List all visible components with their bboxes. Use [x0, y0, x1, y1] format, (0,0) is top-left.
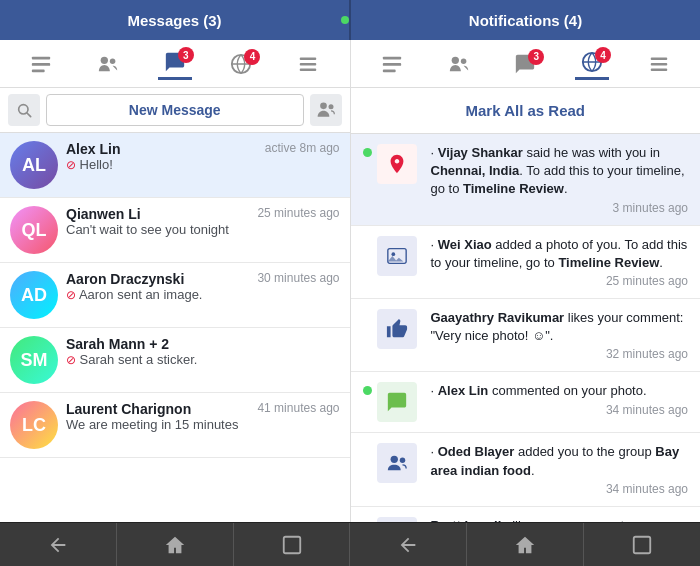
notif-time: 34 minutes ago [431, 482, 689, 496]
message-info: Aaron Draczynski 30 minutes ago ⊘ Aaron … [66, 271, 340, 302]
notification-item[interactable]: · Wei Xiao added a photo of you. To add … [351, 226, 701, 299]
menu-icon-item[interactable] [291, 49, 325, 79]
friends-icon-item-r[interactable] [442, 49, 476, 79]
notif-photo-icon [377, 236, 417, 276]
svg-point-3 [101, 56, 108, 63]
notif-text: Gaayathry Ravikumar likes your comment: … [431, 309, 689, 345]
svg-rect-8 [300, 68, 317, 70]
svg-rect-7 [300, 63, 317, 65]
recent-nav-button-2[interactable] [584, 523, 700, 566]
svg-rect-26 [283, 536, 300, 553]
message-item[interactable]: QL Qianwen Li 25 minutes ago Can't wait … [0, 198, 350, 263]
group-icon-button[interactable] [310, 94, 342, 126]
notif-text: · Oded Blayer added you to the group Bay… [431, 443, 689, 479]
notif-time: 25 minutes ago [431, 274, 689, 288]
message-preview: ⊘ Aaron sent an image. [66, 287, 340, 302]
notif-comment-icon [377, 382, 417, 422]
svg-point-4 [110, 58, 116, 64]
back-nav-button[interactable] [0, 523, 116, 566]
recent-nav-button[interactable] [234, 523, 350, 566]
svg-line-19 [27, 113, 31, 117]
message-item[interactable]: LC Laurent Charignon 41 minutes ago We a… [0, 393, 350, 458]
online-indicator [341, 16, 349, 24]
message-time: active 8m ago [265, 141, 340, 157]
mark-all-read-button[interactable]: Mark All as Read [351, 88, 701, 134]
notif-text: · Vijay Shankar said he was with you in … [431, 144, 689, 199]
icon-bars: 3 4 3 4 [0, 40, 700, 88]
message-info: Qianwen Li 25 minutes ago Can't wait to … [66, 206, 340, 237]
search-button[interactable] [8, 94, 40, 126]
messages-icon-item[interactable]: 3 [158, 47, 192, 80]
svg-rect-0 [32, 56, 50, 59]
svg-rect-11 [383, 69, 396, 72]
notification-item[interactable]: Gaayathry Ravikumar likes your comment: … [351, 299, 701, 372]
error-icon: ⊘ [66, 288, 76, 302]
notification-item[interactable]: Brett Lavalla likes your comment: [351, 507, 701, 522]
back-nav-button-2[interactable] [350, 523, 466, 566]
globe-icon-item[interactable]: 4 [224, 49, 258, 79]
messages-top-bar-label: Messages (3) [127, 12, 221, 29]
notif-content: Brett Lavalla likes your comment: [431, 517, 689, 522]
notification-item[interactable]: · Alex Lin commented on your photo. 34 m… [351, 372, 701, 433]
globe-icon-item-r[interactable]: 4 [575, 47, 609, 80]
svg-rect-17 [650, 68, 667, 70]
message-item[interactable]: AD Aaron Draczynski 30 minutes ago ⊘ Aar… [0, 263, 350, 328]
notif-content: · Alex Lin commented on your photo. 34 m… [431, 382, 689, 416]
message-name: Sarah Mann + 2 [66, 336, 169, 352]
messages-badge-r: 3 [528, 49, 544, 65]
avatar: AL [10, 141, 58, 189]
svg-rect-15 [650, 57, 667, 59]
home-nav-button[interactable] [117, 523, 233, 566]
home-icon-item-r[interactable] [375, 49, 409, 79]
svg-rect-16 [650, 63, 667, 65]
globe-badge-left: 4 [244, 49, 260, 65]
avatar: QL [10, 206, 58, 254]
svg-point-20 [320, 103, 327, 110]
notifications-top-bar: Notifications (4) [351, 0, 700, 40]
right-panel: Mark All as Read · Vijay Shankar said he… [351, 88, 701, 522]
menu-icon-item-r[interactable] [642, 49, 676, 79]
message-time: 41 minutes ago [257, 401, 339, 417]
notif-content: · Oded Blayer added you to the group Bay… [431, 443, 689, 495]
notification-item[interactable]: · Oded Blayer added you to the group Bay… [351, 433, 701, 506]
left-panel: New Message AL Alex Lin active 8m ago ⊘ [0, 88, 351, 522]
avatar: AD [10, 271, 58, 319]
message-list: AL Alex Lin active 8m ago ⊘ Hello! QL [0, 133, 350, 522]
notif-content: · Wei Xiao added a photo of you. To add … [431, 236, 689, 288]
message-name: Qianwen Li [66, 206, 141, 222]
svg-point-13 [460, 58, 466, 64]
notif-content: · Vijay Shankar said he was with you in … [431, 144, 689, 215]
message-info: Sarah Mann + 2 ⊘ Sarah sent a sticker. [66, 336, 340, 367]
svg-rect-27 [634, 536, 651, 553]
unread-dot [363, 386, 372, 395]
unread-dot [363, 148, 372, 157]
message-info: Alex Lin active 8m ago ⊘ Hello! [66, 141, 340, 172]
notifications-top-bar-label: Notifications (4) [469, 12, 582, 29]
new-message-button[interactable]: New Message [46, 94, 304, 126]
svg-rect-6 [300, 57, 317, 59]
right-icon-bar: 3 4 [351, 40, 701, 87]
search-bar: New Message [0, 88, 350, 133]
message-preview: We are meeting in 15 minutes [66, 417, 340, 432]
message-preview: ⊘ Sarah sent a sticker. [66, 352, 340, 367]
globe-badge-right: 4 [595, 47, 611, 63]
home-icon-item[interactable] [24, 49, 58, 79]
home-nav-button-2[interactable] [467, 523, 583, 566]
messages-icon-item-r[interactable]: 3 [508, 49, 542, 79]
message-time: 25 minutes ago [257, 206, 339, 222]
notif-time: 34 minutes ago [431, 403, 689, 417]
svg-rect-9 [383, 56, 401, 59]
message-item[interactable]: AL Alex Lin active 8m ago ⊘ Hello! [0, 133, 350, 198]
notification-list: · Vijay Shankar said he was with you in … [351, 134, 701, 522]
message-name: Alex Lin [66, 141, 120, 157]
main-content: New Message AL Alex Lin active 8m ago ⊘ [0, 88, 700, 522]
error-icon: ⊘ [66, 353, 76, 367]
messages-top-bar: Messages (3) [0, 0, 349, 40]
notification-item[interactable]: · Vijay Shankar said he was with you in … [351, 134, 701, 226]
svg-point-21 [328, 104, 333, 109]
avatar: SM [10, 336, 58, 384]
error-icon: ⊘ [66, 158, 76, 172]
friends-icon-item[interactable] [91, 49, 125, 79]
svg-rect-1 [32, 63, 50, 66]
message-item[interactable]: SM Sarah Mann + 2 ⊘ Sarah sent a sticker… [0, 328, 350, 393]
